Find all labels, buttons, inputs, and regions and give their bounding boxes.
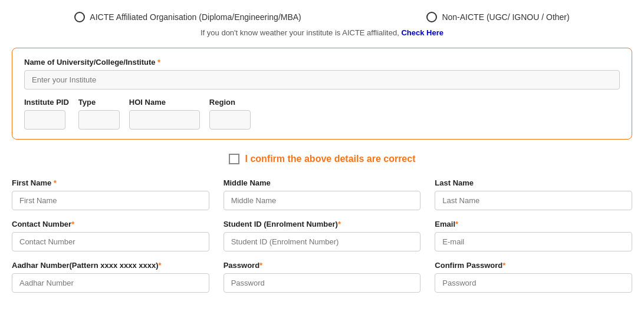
radio-circle-aicte — [74, 12, 85, 22]
student-id-input[interactable] — [224, 232, 421, 251]
contact-number-label: Contact Number* — [12, 220, 209, 228]
field-confirm-password: Confirm Password* — [435, 261, 632, 293]
institute-pid-label: Institute PID — [24, 98, 69, 107]
radio-aicte[interactable]: AICTE Affiliated Organisation (Diploma/E… — [74, 12, 301, 22]
confirm-password-input[interactable] — [435, 273, 632, 293]
radio-non-aicte-label: Non-AICTE (UGC/ IGNOU / Other) — [442, 12, 569, 22]
confirm-password-label: Confirm Password* — [435, 261, 632, 270]
radio-section: AICTE Affiliated Organisation (Diploma/E… — [12, 12, 632, 22]
field-password: Password* — [224, 261, 421, 293]
type-label: Type — [78, 98, 120, 107]
radio-circle-non-aicte — [426, 12, 437, 22]
last-name-input[interactable] — [435, 191, 632, 210]
aadhar-label: Aadhar Number(Pattern xxxx xxxx xxxx)* — [12, 261, 209, 270]
confirm-text: I confirm the above details are correct — [245, 154, 416, 164]
field-email: Email* — [435, 220, 632, 251]
password-label: Password* — [224, 261, 421, 270]
info-static-text: If you don't know weather your institute… — [201, 28, 399, 37]
student-id-label: Student ID (Enrolment Number)* — [224, 220, 421, 228]
field-region: Region — [209, 98, 251, 130]
radio-aicte-label: AICTE Affiliated Organisation (Diploma/E… — [90, 12, 301, 22]
hoi-name-label: HOI Name — [129, 98, 200, 107]
hoi-name-input[interactable] — [129, 110, 200, 130]
institute-name-label: Name of University/College/Institute * — [24, 58, 620, 67]
confirm-row: I confirm the above details are correct — [12, 154, 632, 164]
field-student-id: Student ID (Enrolment Number)* — [224, 220, 421, 251]
region-label: Region — [209, 98, 251, 107]
password-input[interactable] — [224, 273, 421, 293]
first-name-input[interactable] — [12, 191, 209, 210]
field-aadhar: Aadhar Number(Pattern xxxx xxxx xxxx)* — [12, 261, 209, 293]
first-name-label: First Name * — [12, 178, 209, 187]
email-input[interactable] — [435, 232, 632, 251]
middle-name-input[interactable] — [224, 191, 421, 210]
institute-card: Name of University/College/Institute * I… — [12, 48, 632, 140]
institute-pid-input[interactable] — [24, 110, 65, 130]
email-label: Email* — [435, 220, 632, 228]
info-text: If you don't know weather your institute… — [12, 28, 632, 37]
field-last-name: Last Name — [435, 178, 632, 210]
field-first-name: First Name * — [12, 178, 209, 210]
check-here-link[interactable]: Check Here — [401, 28, 443, 37]
region-input[interactable] — [209, 110, 251, 130]
last-name-label: Last Name — [435, 178, 632, 187]
type-input[interactable] — [78, 110, 120, 130]
field-contact-number: Contact Number* — [12, 220, 209, 251]
middle-name-label: Middle Name — [224, 178, 421, 187]
field-middle-name: Middle Name — [224, 178, 421, 210]
field-type: Type — [78, 98, 120, 130]
contact-number-input[interactable] — [12, 232, 209, 251]
institute-meta-row: Institute PID Type HOI Name Region — [24, 98, 620, 130]
field-institute-pid: Institute PID — [24, 98, 69, 130]
radio-non-aicte[interactable]: Non-AICTE (UGC/ IGNOU / Other) — [426, 12, 569, 22]
institute-name-input[interactable] — [24, 70, 620, 90]
confirm-checkbox[interactable] — [229, 154, 239, 164]
aadhar-input[interactable] — [12, 273, 209, 293]
registration-form: First Name * Middle Name Last Name Conta… — [12, 178, 632, 293]
field-hoi-name: HOI Name — [129, 98, 200, 130]
